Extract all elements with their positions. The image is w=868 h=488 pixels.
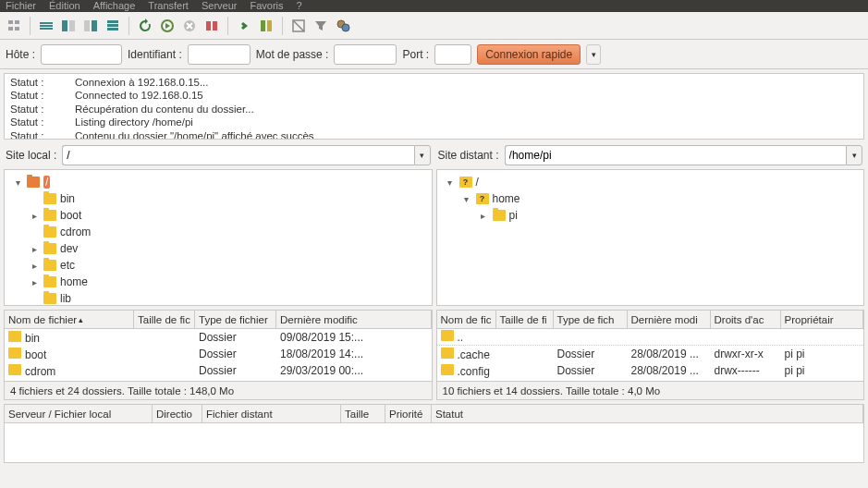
quickconnect-history-dropdown[interactable]: ▾ <box>586 44 601 65</box>
queue-col-remote[interactable]: Fichier distant <box>202 405 341 422</box>
svg-rect-2 <box>8 27 13 30</box>
parent-dir-item[interactable]: .. <box>437 329 864 346</box>
queue-col-prio[interactable]: Priorité <box>385 405 432 422</box>
expand-icon[interactable]: ▾ <box>12 177 23 188</box>
search-icon[interactable] <box>333 16 353 36</box>
tree-item-label: lib <box>60 292 71 305</box>
svg-rect-1 <box>15 20 19 24</box>
remote-tree[interactable]: ▾/▾home▸pi <box>436 169 865 306</box>
expand-icon[interactable]: ▾ <box>445 177 456 188</box>
toggle-log-icon[interactable] <box>36 16 56 36</box>
local-col-size[interactable]: Taille de fic <box>134 311 195 328</box>
svg-rect-9 <box>84 20 90 31</box>
expand-icon[interactable]: ▸ <box>29 277 40 287</box>
list-item[interactable]: cdromDossier29/03/2019 00:... <box>5 362 432 379</box>
remote-col-size[interactable]: Taille de fi <box>496 311 554 328</box>
remote-col-owner[interactable]: Propriétair <box>781 311 864 328</box>
menu-transfer[interactable]: Transfert <box>148 0 189 11</box>
menu-help[interactable]: ? <box>297 0 302 11</box>
filter-icon[interactable] <box>311 16 331 36</box>
queue-col-size[interactable]: Taille <box>341 405 385 422</box>
expand-icon[interactable]: ▸ <box>29 211 40 221</box>
svg-rect-13 <box>107 28 118 30</box>
tree-item[interactable]: ▸etc <box>6 257 430 274</box>
site-manager-icon[interactable] <box>4 16 24 36</box>
message-log[interactable]: Statut :Connexion à 192.168.0.15...Statu… <box>4 73 864 140</box>
folder-icon <box>441 330 454 341</box>
host-input[interactable] <box>41 44 122 65</box>
queue-col-file[interactable]: Serveur / Fichier local <box>5 405 153 422</box>
local-path-dropdown[interactable]: ▾ <box>414 145 431 165</box>
log-message: Connexion à 192.168.0.15... <box>75 76 209 89</box>
expand-icon[interactable]: ▸ <box>478 211 489 221</box>
transfer-queue[interactable]: Serveur / Fichier local Directio Fichier… <box>4 404 864 463</box>
tree-item[interactable]: ▾/ <box>6 174 430 190</box>
host-label: Hôte : <box>6 48 35 61</box>
tree-item-label: cdrom <box>60 226 91 238</box>
cancel-icon[interactable] <box>179 16 200 36</box>
local-tree[interactable]: ▾/bin▸bootcdrom▸dev▸etc▸homelib <box>4 169 433 306</box>
folder-icon <box>441 348 454 359</box>
queue-col-dir[interactable]: Directio <box>153 405 202 422</box>
tree-item[interactable]: ▸pi <box>439 207 862 224</box>
tree-item[interactable]: ▾/ <box>439 174 862 190</box>
reconnect-icon[interactable] <box>234 16 254 36</box>
local-filelist[interactable]: Nom de fichier▴ Taille de fic Type de fi… <box>4 310 433 382</box>
local-col-name[interactable]: Nom de fichier▴ <box>5 311 134 328</box>
menu-bookmarks[interactable]: Favoris <box>250 0 283 11</box>
remote-col-mod[interactable]: Dernière modi <box>628 311 711 328</box>
remote-col-type[interactable]: Type de fich <box>554 311 628 328</box>
list-item[interactable]: binDossier09/08/2019 15:... <box>5 329 432 346</box>
user-label: Identifiant : <box>128 48 182 61</box>
queue-col-status[interactable]: Statut <box>432 405 863 422</box>
remote-path-dropdown[interactable]: ▾ <box>846 145 862 165</box>
menu-edit[interactable]: Édition <box>49 0 80 11</box>
remote-col-name[interactable]: Nom de fic <box>437 311 496 328</box>
toggle-local-tree-icon[interactable] <box>58 16 79 36</box>
toggle-remote-tree-icon[interactable] <box>80 16 101 36</box>
folder-icon <box>459 177 472 188</box>
log-label: Statut : <box>10 129 56 140</box>
log-label: Statut : <box>10 76 56 89</box>
remote-filelist[interactable]: Nom de fic Taille de fi Type de fich Der… <box>436 310 865 382</box>
menu-file[interactable]: Fichier <box>6 0 36 11</box>
refresh-icon[interactable] <box>135 16 155 36</box>
remote-path-input[interactable] <box>505 145 846 165</box>
user-input[interactable] <box>188 44 251 65</box>
folder-icon <box>476 193 489 204</box>
remote-col-perm[interactable]: Droits d'ac <box>711 311 781 328</box>
tree-item[interactable]: cdrom <box>6 224 430 240</box>
svg-rect-8 <box>69 20 75 31</box>
tree-item[interactable]: ▸boot <box>6 207 430 224</box>
list-item[interactable]: bootDossier18/08/2019 14:... <box>5 346 432 362</box>
tree-item[interactable]: ▸home <box>6 274 430 290</box>
compare-icon[interactable] <box>256 16 276 36</box>
svg-rect-5 <box>40 25 53 27</box>
local-col-type[interactable]: Type de fichier <box>195 311 276 328</box>
svg-rect-18 <box>261 20 265 31</box>
menu-view[interactable]: Affichage <box>93 0 136 11</box>
expand-icon[interactable]: ▸ <box>29 244 40 254</box>
tree-item[interactable]: bin <box>6 190 430 207</box>
local-path-input[interactable] <box>62 145 413 165</box>
local-col-mod[interactable]: Dernière modific <box>276 311 432 328</box>
quickconnect-button[interactable]: Connexion rapide <box>477 44 581 65</box>
tree-item[interactable]: ▾home <box>439 190 862 207</box>
sync-browse-icon[interactable] <box>288 16 309 36</box>
list-item[interactable]: .cacheDossier28/08/2019 ...drwxr-xr-xpi … <box>437 346 864 362</box>
port-input[interactable] <box>434 44 471 65</box>
tree-item-label: etc <box>60 259 75 272</box>
folder-icon <box>43 193 56 204</box>
tree-item[interactable]: lib <box>6 290 430 306</box>
disconnect-icon[interactable] <box>202 16 222 36</box>
expand-icon[interactable]: ▸ <box>29 261 40 271</box>
expand-icon[interactable]: ▾ <box>461 194 472 204</box>
menu-server[interactable]: Serveur <box>202 0 238 11</box>
tree-item-label: home <box>60 275 88 288</box>
toggle-queue-icon[interactable] <box>103 16 123 36</box>
password-input[interactable] <box>334 44 397 65</box>
list-item[interactable]: .configDossier28/08/2019 ...drwx------pi… <box>437 362 864 379</box>
svg-rect-16 <box>206 21 211 30</box>
process-queue-icon[interactable] <box>157 16 177 36</box>
tree-item[interactable]: ▸dev <box>6 240 430 257</box>
